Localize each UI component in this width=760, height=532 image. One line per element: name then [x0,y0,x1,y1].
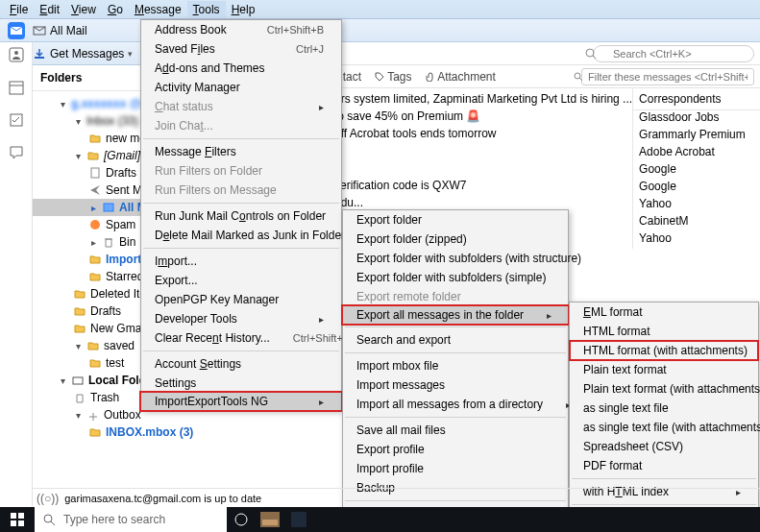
menu-message[interactable]: Message [129,1,187,18]
taskbar-search[interactable]: Type here to search [35,507,227,532]
correspondent-row[interactable]: Yahoo [633,231,760,249]
mi-save-all[interactable]: Save all mail files [343,421,568,440]
mi-chat-status: Chat status▸ [141,97,341,116]
mi-export-sub-simple[interactable]: Export folder with subfolders (simple) [343,268,568,287]
tree-inboxmbox[interactable]: INBOX.mbox (3) [33,423,331,441]
mi-junk-controls[interactable]: Run Junk Mail Controls on Folder [141,206,341,226]
correspondent-row[interactable]: Google [633,180,760,197]
calendar-icon[interactable] [8,79,25,96]
inbox-icon [33,24,46,37]
address-book-icon[interactable] [8,46,25,63]
svg-point-21 [44,515,52,522]
mi-plain[interactable]: Plain text format [570,360,758,379]
filter-toolbar: ntact Tags Attachment [331,65,760,88]
mi-search-export[interactable]: Search and export [343,330,568,350]
menu-edit[interactable]: Edit [34,1,65,18]
windows-taskbar: Type here to search [0,507,760,532]
mi-devtools[interactable]: Developer Tools▸ [141,309,341,328]
tools-menu: Address BookCtrl+Shift+B Saved FilesCtrl… [140,19,342,411]
message-row[interactable]: verification code is QXW7 [331,179,632,196]
menu-tools[interactable]: Tools [187,1,226,18]
right-toolbar [331,42,760,65]
mi-saved-files[interactable]: Saved FilesCtrl+J [141,39,341,59]
mi-export-sub-struct[interactable]: Export folder with subfolders (with stru… [343,249,568,268]
correspondent-row[interactable]: Yahoo [633,197,760,214]
taskbar-app-icon[interactable] [284,507,313,532]
get-messages-chevron-icon[interactable]: ▾ [128,49,133,59]
filter-tags[interactable]: Tags [375,70,411,84]
filter-input[interactable] [581,68,754,85]
taskbar-search-placeholder: Type here to search [63,513,165,526]
mi-single-att[interactable]: as single text file (with attachments) [570,418,758,437]
correspondent-row[interactable]: Google [633,162,760,180]
search-icon [585,48,597,60]
status-text: garimasaxena.tc@gmail.com is up to date [64,493,261,504]
mi-delete-junk[interactable]: Delete Mail Marked as Junk in Folder [141,226,341,245]
correspondent-row[interactable]: Grammarly Premium [633,128,760,145]
toolbar-primary: All Mail [0,19,760,42]
start-button[interactable] [0,507,35,532]
mi-addons[interactable]: Add-ons and Themes [141,59,341,78]
menu-help[interactable]: Help [226,1,261,18]
mi-single[interactable]: as single text file [570,399,758,418]
mi-address-book[interactable]: Address BookCtrl+Shift+B [141,20,341,39]
mi-import-profile[interactable]: Import profile [343,459,568,478]
svg-rect-3 [35,57,44,59]
tasks-icon[interactable] [8,111,25,129]
menu-file[interactable]: FFileile [4,1,34,18]
svg-point-23 [235,514,247,525]
mi-account-settings[interactable]: Account Settings [141,354,341,374]
mi-import[interactable]: Import... [141,252,341,271]
svg-rect-18 [18,513,24,519]
mi-export-all[interactable]: Export all messages in the folder▸ [342,305,569,325]
message-row[interactable]: off Acrobat tools ends tomorrow [331,127,632,144]
svg-rect-17 [11,513,16,519]
svg-point-5 [14,51,18,55]
mi-eml[interactable]: EML format [570,302,758,322]
mi-message-filters[interactable]: Message Filters [141,142,341,161]
correspondent-row[interactable]: Adobe Acrobat [633,145,760,162]
mi-export-folder[interactable]: Export folder [343,210,568,230]
menubar: FFileile Edit View Go Message Tools Help [0,0,760,19]
mi-openpgp[interactable]: OpenPGP Key Manager [141,290,341,309]
mi-export-remote: Export remote folder [343,287,568,306]
mi-export[interactable]: Export... [141,271,341,290]
mi-import-messages[interactable]: Import messages [343,375,568,395]
svg-line-16 [579,78,582,81]
correspondent-row[interactable]: CabinetM [633,214,760,231]
message-row[interactable]: ers system limited, Zapminati Marketing … [331,92,632,109]
mi-plain-att[interactable]: Plain text format (with attachments) [570,379,758,399]
mi-clear-history[interactable]: Clear Recent History...Ctrl+Shift+Del [141,328,341,348]
mi-import-dir[interactable]: Import all messages from a directory▸ [343,395,568,414]
mi-pdf[interactable]: PDF format [570,456,758,475]
all-mail-label: All Mail [50,24,87,37]
menu-go[interactable]: Go [102,1,129,18]
message-row[interactable]: rt [331,144,632,161]
taskbar-cortana-icon[interactable] [227,507,256,532]
taskbar-search-icon [42,513,56,526]
mi-html[interactable]: HTML format [570,322,758,341]
filter-attachment[interactable]: Attachment [426,70,496,84]
mail-app-icon [8,22,25,39]
mi-html-att[interactable]: HTML format (with attachments) [570,341,758,360]
mi-export-zip[interactable]: Export folder (zipped) [343,230,568,249]
correspondents-header[interactable]: Correspondents [633,88,760,110]
message-row[interactable]: rt [331,161,632,179]
mi-import-mbox[interactable]: Import mbox file [343,356,568,375]
menu-view[interactable]: View [65,1,102,18]
taskbar-app-icon[interactable] [256,507,284,532]
search-input[interactable] [593,45,754,62]
mi-activity[interactable]: Activity Manager [141,78,341,97]
svg-point-11 [90,220,100,230]
mi-export-profile[interactable]: Export profile [343,440,568,459]
filter-search-icon [574,72,583,82]
mi-importexporttools[interactable]: ImportExportTools NG▸ [140,392,342,411]
activity-bar [0,42,33,507]
message-row[interactable]: to save 45% on Premium 🚨 [331,109,632,127]
correspondent-row[interactable]: Glassdoor Jobs [633,110,760,128]
mi-settings[interactable]: Settings [141,374,341,393]
chat-icon[interactable] [8,144,25,161]
mi-spreadsheet[interactable]: Spreadsheet (CSV) [570,437,758,456]
svg-point-13 [586,49,594,57]
get-messages-button[interactable]: Get Messages [50,47,124,60]
